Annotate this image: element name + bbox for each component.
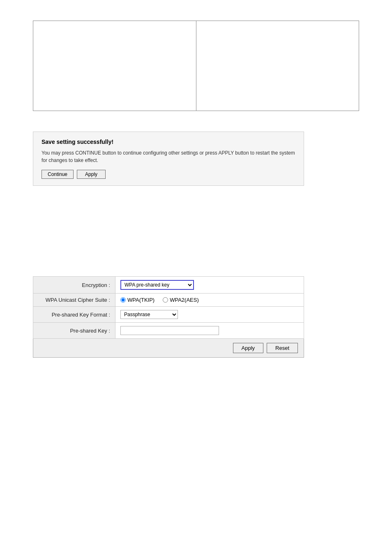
encryption-value-cell: WPA pre-shared key WPA2 pre-shared key W…	[115, 277, 304, 294]
wpa-tkip-radio-label[interactable]: WPA(TKIP)	[120, 297, 154, 303]
save-setting-description: You may press CONTINUE button to continu…	[42, 149, 295, 164]
apply-main-button[interactable]: Apply	[233, 343, 264, 353]
save-setting-title: Save setting successfully!	[42, 139, 295, 145]
wpa-unicast-label: WPA Unicast Cipher Suite :	[33, 294, 115, 307]
bottom-buttons-row: Apply Reset	[33, 339, 304, 358]
pre-shared-key-input[interactable]	[120, 326, 219, 335]
key-format-value-cell: Passphrase Hex (64 characters)	[115, 307, 304, 323]
save-setting-buttons: Continue Apply	[42, 170, 295, 179]
pre-shared-key-row: Pre-shared Key :	[33, 323, 304, 339]
top-table-right-cell	[196, 21, 359, 111]
pre-shared-key-label: Pre-shared Key :	[33, 323, 115, 339]
wpa2-aes-radio[interactable]	[163, 297, 168, 303]
encryption-row: Encryption : WPA pre-shared key WPA2 pre…	[33, 277, 304, 294]
encryption-section: Encryption : WPA pre-shared key WPA2 pre…	[33, 276, 304, 358]
pre-shared-key-value-cell	[115, 323, 304, 339]
encryption-select[interactable]: WPA pre-shared key WPA2 pre-shared key W…	[120, 280, 194, 290]
wpa-cipher-radio-group: WPA(TKIP) WPA2(AES)	[120, 297, 299, 303]
wpa-unicast-row: WPA Unicast Cipher Suite : WPA(TKIP) WPA…	[33, 294, 304, 307]
wpa2-aes-radio-label[interactable]: WPA2(AES)	[163, 297, 199, 303]
save-setting-box: Save setting successfully! You may press…	[33, 132, 304, 186]
apply-small-button[interactable]: Apply	[77, 170, 106, 179]
wpa-tkip-label: WPA(TKIP)	[127, 297, 154, 303]
reset-button[interactable]: Reset	[267, 343, 298, 353]
top-layout-table	[33, 21, 359, 111]
top-table-left-cell	[33, 21, 196, 111]
encryption-label: Encryption :	[33, 277, 115, 294]
key-format-label: Pre-shared Key Format :	[33, 307, 115, 323]
continue-button[interactable]: Continue	[42, 170, 74, 179]
key-format-select[interactable]: Passphrase Hex (64 characters)	[120, 310, 178, 319]
wpa-tkip-radio[interactable]	[120, 297, 126, 303]
key-format-row: Pre-shared Key Format : Passphrase Hex (…	[33, 307, 304, 323]
wpa2-aes-label: WPA2(AES)	[170, 297, 199, 303]
wpa-unicast-value-cell: WPA(TKIP) WPA2(AES)	[115, 294, 304, 307]
encryption-table: Encryption : WPA pre-shared key WPA2 pre…	[33, 276, 304, 339]
